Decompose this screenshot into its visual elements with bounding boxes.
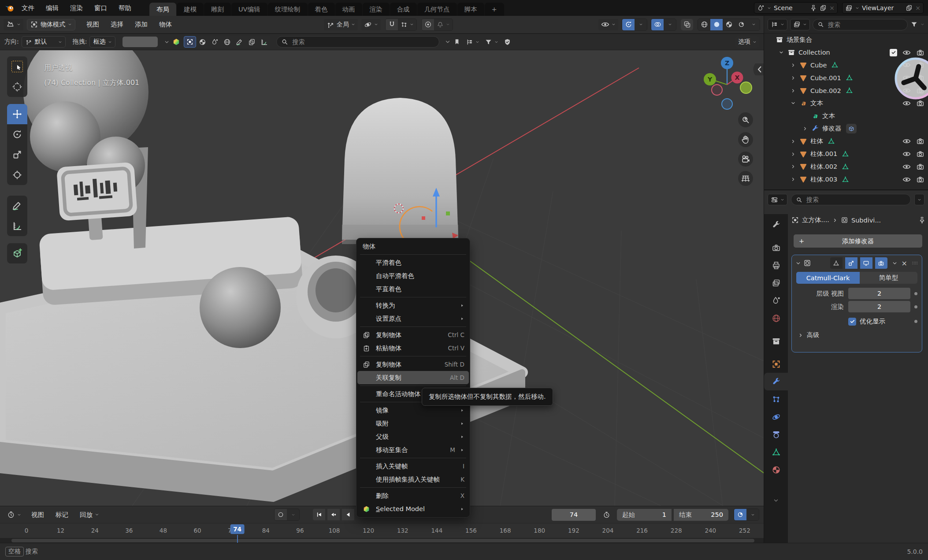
shading-dropdown[interactable] bbox=[747, 19, 760, 30]
optimal-display-checkbox[interactable] bbox=[848, 318, 856, 326]
animate-optimal-dot[interactable] bbox=[914, 320, 917, 323]
outliner-row-9[interactable]: 柱体.001 bbox=[764, 148, 928, 160]
pin-icon[interactable] bbox=[918, 216, 926, 224]
menu-item-0-1[interactable]: 自动平滑着色 bbox=[357, 269, 469, 282]
tool-select-box[interactable] bbox=[7, 56, 27, 77]
outliner-row-8[interactable]: 柱体 bbox=[764, 135, 928, 148]
tool-rotate[interactable] bbox=[7, 124, 27, 145]
modifier-badge[interactable] bbox=[846, 124, 857, 134]
menu-item-0-2[interactable]: 平直着色 bbox=[357, 282, 469, 296]
outliner-search-input[interactable] bbox=[827, 21, 903, 29]
frame-end-field[interactable]: 结束 250 bbox=[674, 509, 728, 521]
options-dropdown[interactable]: 选项 bbox=[735, 36, 759, 48]
proportional-editing-toggle[interactable] bbox=[422, 19, 434, 30]
axis-y-label[interactable]: Y bbox=[707, 76, 713, 83]
properties-search[interactable] bbox=[791, 194, 911, 205]
frame-start-field[interactable]: 起始 1 bbox=[617, 509, 672, 521]
shading-rendered-button[interactable] bbox=[735, 19, 747, 30]
workspace-tab-10[interactable]: 脚本 bbox=[457, 3, 484, 16]
tool-scale[interactable] bbox=[7, 145, 27, 165]
timeline-menu-1[interactable]: 标记 bbox=[50, 509, 74, 520]
properties-tab-physics[interactable] bbox=[764, 408, 788, 426]
timeline-editor-type-button[interactable] bbox=[4, 509, 24, 520]
scene-selector[interactable]: Scene × bbox=[754, 2, 838, 14]
filter-falloff-button[interactable] bbox=[258, 36, 270, 48]
app-menu-4[interactable]: 帮助 bbox=[113, 2, 137, 14]
asset-hexagon-icon[interactable] bbox=[172, 38, 180, 46]
properties-tab-scene[interactable] bbox=[764, 292, 788, 309]
disable-render-icon[interactable] bbox=[916, 175, 924, 184]
timeline-scroll-handle[interactable] bbox=[11, 539, 754, 542]
prev-keyframe-button[interactable] bbox=[327, 509, 340, 520]
auto-keying-dropdown[interactable] bbox=[287, 509, 299, 520]
chevron-down-icon[interactable] bbox=[164, 39, 170, 45]
app-menu-1[interactable]: 编辑 bbox=[40, 2, 64, 14]
tool-3d-cursor[interactable] bbox=[7, 77, 27, 97]
workspace-tab-1[interactable]: 建模 bbox=[177, 3, 204, 16]
outliner-search[interactable] bbox=[813, 19, 908, 30]
workspace-tab-6[interactable]: 动画 bbox=[335, 3, 362, 16]
subdivision-type-catmull-button[interactable]: Catmull-Clark bbox=[796, 272, 860, 284]
menu-item-1-0[interactable]: 转换为 bbox=[357, 299, 469, 312]
tool-transform[interactable] bbox=[7, 165, 27, 185]
expander-icon[interactable] bbox=[791, 139, 799, 144]
menu-item-5-2[interactable]: 父级 bbox=[357, 430, 469, 443]
properties-tab-modifiers[interactable] bbox=[764, 373, 788, 390]
properties-tab-output[interactable] bbox=[764, 256, 788, 274]
delete-scene-button[interactable]: × bbox=[829, 4, 835, 11]
use-preview-range-toggle[interactable] bbox=[600, 509, 612, 520]
disable-render-icon[interactable] bbox=[916, 163, 924, 171]
workspace-tab-7[interactable]: 渲染 bbox=[363, 3, 390, 16]
properties-tab-world[interactable] bbox=[764, 309, 788, 327]
filter-select-button[interactable] bbox=[184, 36, 196, 48]
pin-icon[interactable] bbox=[810, 4, 817, 11]
menu-item-5-1[interactable]: 吸附 bbox=[357, 417, 469, 430]
animate-levels-dot[interactable] bbox=[914, 292, 917, 295]
disable-render-icon[interactable] bbox=[916, 150, 924, 158]
axis-x-label[interactable]: X bbox=[735, 74, 740, 81]
bookmark-button[interactable] bbox=[451, 36, 463, 48]
show-gizmo-visibility-dropdown[interactable] bbox=[598, 19, 618, 30]
outliner-funnel-icon[interactable] bbox=[910, 21, 918, 28]
menu-item-2-0[interactable]: 复制物体Ctrl C bbox=[357, 328, 469, 341]
workspace-tab-8[interactable]: 合成 bbox=[390, 3, 417, 16]
levels-viewport-field[interactable]: 2 bbox=[848, 288, 910, 299]
menu-item-1-1[interactable]: 设置原点 bbox=[357, 312, 469, 325]
editor-type-button[interactable] bbox=[4, 19, 23, 30]
timeline-menu-2[interactable]: 回放 bbox=[74, 509, 105, 520]
modifier-realtime-toggle[interactable] bbox=[860, 257, 872, 269]
viewport-menu-3[interactable]: 物体 bbox=[153, 19, 178, 30]
outliner-filter-id-dropdown[interactable] bbox=[790, 19, 810, 30]
shield-button[interactable] bbox=[501, 36, 513, 48]
auto-keying-toggle[interactable] bbox=[275, 509, 287, 520]
expander-icon[interactable] bbox=[791, 100, 799, 106]
workspace-tab-2[interactable]: 雕刻 bbox=[204, 3, 231, 16]
modifier-render-toggle[interactable] bbox=[875, 257, 887, 269]
collapse-chevron-icon[interactable] bbox=[445, 39, 451, 45]
outliner-row-6[interactable]: 文本 bbox=[764, 110, 928, 122]
shading-material-button[interactable] bbox=[723, 19, 735, 30]
hide-eye-icon[interactable] bbox=[902, 137, 911, 145]
expander-icon[interactable] bbox=[779, 50, 787, 55]
app-menu-2[interactable]: 渲染 bbox=[64, 2, 89, 14]
play-reverse-button[interactable] bbox=[342, 509, 354, 520]
tool-add-cube[interactable] bbox=[7, 243, 27, 263]
workspace-tab-3[interactable]: UV编辑 bbox=[231, 3, 267, 16]
proportional-falloff-dropdown[interactable] bbox=[434, 19, 453, 30]
menu-item-7-0[interactable]: 删除X bbox=[357, 489, 469, 502]
outliner-row-10[interactable]: 柱体.002 bbox=[764, 160, 928, 173]
app-menu-3[interactable]: 窗口 bbox=[89, 2, 113, 14]
pivot-point-dropdown[interactable] bbox=[361, 19, 381, 30]
breadcrumb-modifier[interactable]: Subdivi... bbox=[851, 217, 881, 224]
properties-tab-render[interactable] bbox=[764, 239, 788, 256]
filter-world-button[interactable] bbox=[221, 36, 233, 48]
viewport-menu-0[interactable]: 视图 bbox=[81, 19, 105, 30]
menu-item-2-1[interactable]: 粘贴物体Ctrl V bbox=[357, 341, 469, 355]
properties-editor-dropdown[interactable] bbox=[768, 194, 787, 205]
app-menu-0[interactable]: 文件 bbox=[16, 2, 40, 14]
hide-eye-icon[interactable] bbox=[902, 150, 911, 158]
axis-z-label[interactable]: Z bbox=[725, 59, 729, 67]
properties-tab-particles[interactable] bbox=[764, 390, 788, 408]
chevron-down-icon[interactable] bbox=[921, 22, 924, 26]
filter-sphere-button[interactable] bbox=[196, 36, 208, 48]
